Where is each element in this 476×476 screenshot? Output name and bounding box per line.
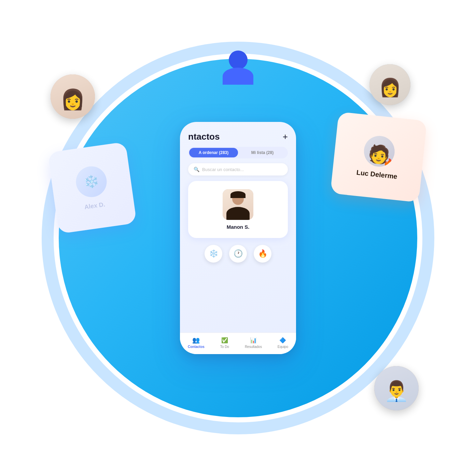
manon-hair xyxy=(230,191,246,198)
nav-item-contactos[interactable]: Contactos xyxy=(188,336,205,349)
hot-contact-card: 🧑 🔥 Luc Delerme xyxy=(330,112,427,202)
nav-label-resultados: Resultados xyxy=(245,345,262,349)
clock-icon: 🕐 xyxy=(234,249,243,258)
nav-label-todo: To Do xyxy=(220,345,229,349)
phone-header: ntactos + xyxy=(180,122,296,142)
flame-icon: 🔥 xyxy=(383,157,396,168)
person-head xyxy=(229,51,248,69)
person-body xyxy=(223,68,253,85)
todo-nav-icon xyxy=(221,337,228,344)
fire-icon: 🔥 xyxy=(258,249,267,258)
search-bar[interactable]: 🔍 Buscar un contacto... xyxy=(188,163,288,176)
search-icon: 🔍 xyxy=(194,167,199,172)
man1-face: 👨‍💼 xyxy=(374,366,419,410)
nav-label-equipo: Equipo xyxy=(278,345,288,349)
woman2-face: 👩 xyxy=(369,64,410,105)
cold-action-btn[interactable]: ❄️ xyxy=(205,245,222,263)
phone-device: ntactos + A ordenar (283) Mi lista (28) … xyxy=(180,122,296,354)
avatar-woman2: 👩 xyxy=(369,64,410,105)
nav-label-contactos: Contactos xyxy=(188,345,205,349)
manon-avatar xyxy=(223,189,253,220)
avatar-man1: 👨‍💼 xyxy=(374,366,419,410)
cold-icon: ❄️ xyxy=(83,173,100,190)
nav-item-equipo[interactable]: Equipo xyxy=(278,337,288,349)
hot-avatar: 🧑 🔥 xyxy=(362,134,396,168)
nav-item-resultados[interactable]: Resultados xyxy=(245,337,262,349)
manon-face xyxy=(223,189,253,220)
search-placeholder-text: Buscar un contacto... xyxy=(202,167,244,172)
avatar-woman1: 👩 xyxy=(51,74,95,119)
contact-tabs: A ordenar (283) Mi lista (28) xyxy=(188,147,288,158)
contacts-nav-icon xyxy=(192,336,200,344)
tab-mi-lista[interactable]: Mi lista (28) xyxy=(238,148,287,157)
schedule-action-btn[interactable]: 🕐 xyxy=(229,245,247,263)
hot-action-btn[interactable]: 🔥 xyxy=(254,245,271,263)
cold-contact-name: Alex D. xyxy=(84,201,106,211)
hot-contact-name: Luc Delerme xyxy=(356,168,398,180)
team-nav-icon xyxy=(279,337,286,344)
add-contact-button[interactable]: + xyxy=(283,131,288,142)
action-buttons: ❄️ 🕐 🔥 xyxy=(180,245,296,263)
phone-screen: ntactos + A ordenar (283) Mi lista (28) … xyxy=(180,122,296,354)
results-nav-icon xyxy=(250,337,257,344)
scene: 👩 👩 👨‍💼 ❄️ Alex D. 🧑 🔥 Luc Delerme xyxy=(0,0,476,476)
nav-item-todo[interactable]: To Do xyxy=(220,337,229,349)
cold-contact-card: ❄️ Alex D. xyxy=(47,142,137,234)
big-person-icon xyxy=(223,51,253,85)
manon-name: Manon S. xyxy=(227,224,250,230)
contact-card-manon[interactable]: Manon S. xyxy=(188,181,288,238)
cold-icon: ❄️ xyxy=(209,249,218,258)
cold-avatar: ❄️ xyxy=(74,164,109,199)
phone-title: ntactos xyxy=(188,131,220,142)
tab-a-ordenar[interactable]: A ordenar (283) xyxy=(189,148,238,157)
bottom-navigation: Contactos To Do Resultados Equipo xyxy=(180,333,296,354)
woman1-face: 👩 xyxy=(51,74,95,119)
